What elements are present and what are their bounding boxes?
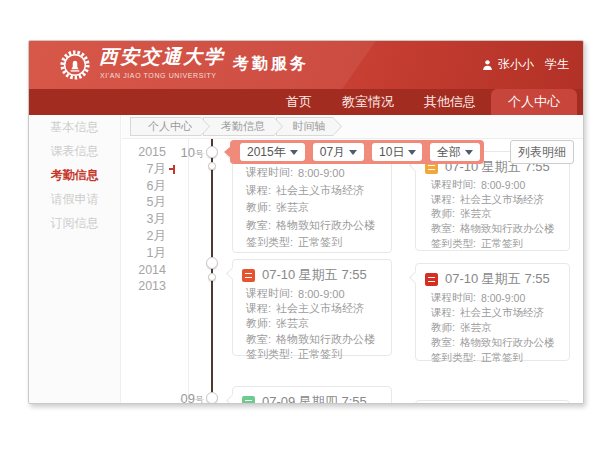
university-name-en: XI'AN JIAO TONG UNIVERSITY: [100, 72, 217, 79]
user-menu[interactable]: 张小小 学生: [482, 56, 569, 73]
timeline-axis: [211, 139, 213, 403]
list-detail-button[interactable]: 列表明细: [510, 140, 574, 164]
timeline-panel: 2015 7月 6月 5月 3月 2月 1月 2014 2013 10号 09号…: [122, 139, 583, 403]
timeline-node: [206, 257, 218, 269]
timeline-node: [208, 162, 216, 170]
app-title: 考勤服务: [233, 54, 309, 75]
university-logo-icon: [59, 49, 91, 81]
card-date: 07-09 星期四 7:55: [262, 393, 367, 403]
chevron-down-icon: [408, 150, 416, 155]
card-header: 07-10 星期五 7:55: [416, 264, 569, 290]
timeline-nav-june[interactable]: 6月: [122, 178, 168, 195]
sidebar-item-leave-request[interactable]: 请假申请: [29, 187, 120, 211]
user-name: 张小小: [498, 56, 534, 73]
card-header: 07-10 星期五 7:55: [233, 260, 391, 286]
current-month-marker: [169, 165, 175, 174]
timeline-node: [208, 273, 216, 281]
card-date: 07-10 星期五 7:55: [262, 266, 367, 284]
timeline-nav-label: 7月: [147, 162, 166, 176]
sidebar-item-timetable-info[interactable]: 课表信息: [29, 139, 120, 163]
status-icon: [242, 269, 255, 282]
timeline-nav-february[interactable]: 2月: [122, 228, 168, 245]
card-body: 课程时间:8:00-9:00 课程:社会主义市场经济 教师:张芸京 教室:格物致…: [416, 290, 569, 365]
chevron-down-icon: [465, 150, 473, 155]
day-marker-10: 10号: [156, 143, 204, 161]
attendance-card[interactable]: 07-10 星期五 7:55 课程时间:8:00-9:00 课程:社会主义市场经…: [232, 259, 392, 356]
breadcrumb: 个人中心 考勤信息 时间轴: [122, 115, 583, 139]
attendance-card[interactable]: 07-09 星期四 7:55: [232, 386, 392, 403]
nav-tab-other-info[interactable]: 其他信息: [409, 89, 491, 115]
timeline-year-month-nav: 2015 7月 6月 5月 3月 2月 1月 2014 2013: [122, 144, 168, 295]
timeline-nav-july-active[interactable]: 7月: [122, 161, 168, 178]
breadcrumb-label: 时间轴: [277, 118, 341, 135]
breadcrumb-item-timeline[interactable]: 时间轴: [276, 117, 342, 136]
nav-tab-classrooms[interactable]: 教室情况: [327, 89, 409, 115]
timeline-nav-2013[interactable]: 2013: [122, 278, 168, 295]
month-select-value: 07月: [320, 144, 345, 161]
app-window: 西安交通大学 XI'AN JIAO TONG UNIVERSITY 考勤服务 张…: [28, 40, 584, 404]
date-filter-bar: 2015年 07月 10日 全部: [230, 140, 484, 164]
main-nav: 首页 教室情况 其他信息 个人中心: [29, 89, 583, 115]
timeline-nav-march[interactable]: 3月: [122, 211, 168, 228]
sidebar-item-subscription-info[interactable]: 订阅信息: [29, 211, 120, 235]
sidebar: 基本信息 课表信息 考勤信息 请假申请 订阅信息: [29, 115, 121, 403]
day-select-value: 10日: [379, 144, 404, 161]
attendance-card[interactable]: [415, 400, 570, 403]
university-name-cn: 西安交通大学: [99, 44, 225, 70]
chevron-down-icon: [349, 150, 357, 155]
person-icon: [482, 59, 493, 71]
sidebar-item-basic-info[interactable]: 基本信息: [29, 115, 120, 139]
breadcrumb-item-personal-center[interactable]: 个人中心: [130, 117, 210, 136]
year-select-value: 2015年: [247, 144, 286, 161]
sidebar-item-attendance-info[interactable]: 考勤信息: [29, 163, 120, 187]
day-select[interactable]: 10日: [372, 143, 422, 161]
type-select-value: 全部: [437, 144, 461, 161]
card-body: 课程时间:8:00-9:00 课程:社会主义市场经济 教师:张芸京 教室:格物致…: [233, 286, 391, 362]
app-header: 西安交通大学 XI'AN JIAO TONG UNIVERSITY 考勤服务 张…: [29, 41, 583, 89]
timeline-node: [206, 392, 218, 403]
attendance-card[interactable]: 07-10 星期五 7:55 课程时间:8:00-9:00 课程:社会主义市场经…: [415, 151, 570, 251]
nav-tab-home[interactable]: 首页: [271, 89, 327, 115]
timeline-nav-may[interactable]: 5月: [122, 194, 168, 211]
timeline-node: [206, 146, 218, 158]
status-icon: [242, 396, 255, 404]
status-icon: [425, 273, 438, 286]
breadcrumb-label: 考勤信息: [204, 118, 282, 135]
month-select[interactable]: 07月: [313, 143, 364, 161]
type-select[interactable]: 全部: [430, 143, 480, 161]
card-body: 课程时间:8:00-9:00 课程:社会主义市场经济 教师:张芸京 教室:格物致…: [416, 178, 569, 251]
breadcrumb-label: 个人中心: [131, 118, 209, 135]
timeline-nav-2014[interactable]: 2014: [122, 262, 168, 279]
nav-tab-personal-center[interactable]: 个人中心: [491, 89, 577, 115]
chevron-down-icon: [290, 150, 298, 155]
timeline-nav-january[interactable]: 1月: [122, 245, 168, 262]
card-header: 07-09 星期四 7:55: [233, 387, 391, 403]
attendance-card[interactable]: 07-10 星期五 7:55 课程时间:8:00-9:00 课程:社会主义市场经…: [415, 263, 570, 361]
breadcrumb-item-attendance-info[interactable]: 考勤信息: [203, 117, 283, 136]
year-select[interactable]: 2015年: [240, 143, 305, 161]
card-date: 07-10 星期五 7:55: [445, 270, 550, 288]
day-marker-09: 09号: [156, 389, 204, 403]
vertical-divider: [188, 139, 189, 403]
user-role: 学生: [545, 56, 569, 73]
